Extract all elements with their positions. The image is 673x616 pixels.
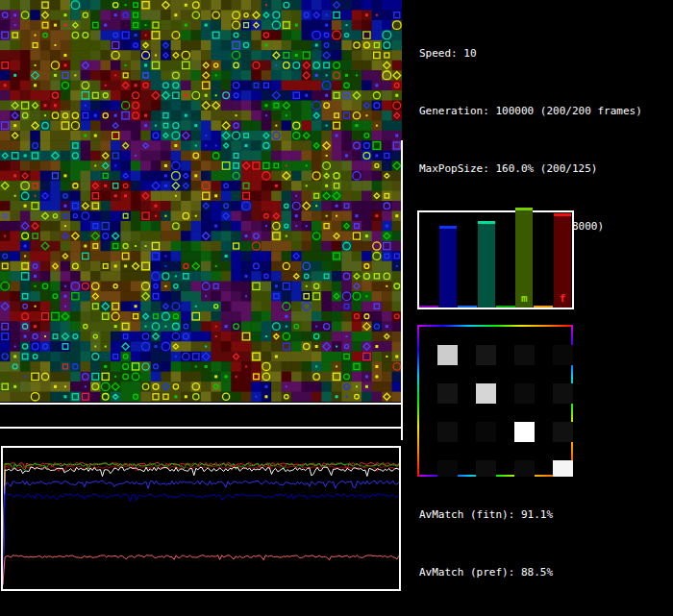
- matrix-cell-3-0: [437, 460, 458, 477]
- baseline-strip: [419, 306, 438, 308]
- bar-slot-2: [458, 212, 477, 308]
- matrix-cell-1-1: [476, 383, 496, 404]
- bar-label-m: m: [515, 293, 533, 304]
- grid-bottom-separator: [0, 403, 403, 405]
- stat-speed: Speed: 10: [419, 44, 673, 63]
- population-bar: [439, 226, 457, 308]
- matrix-cell-1-0: [437, 383, 458, 404]
- matrix-cell-0-2: [514, 345, 535, 365]
- matrix-cell-2-0: [437, 422, 458, 442]
- population-bar: m: [515, 208, 533, 308]
- mating-matrix-panel: [417, 325, 573, 477]
- bar-slot-5: m: [515, 212, 535, 308]
- baseline-strip: [496, 306, 515, 308]
- bar-slot-1: [438, 212, 458, 308]
- stat-maxpopsize: MaxPopSize: 160.0% (200/125): [419, 160, 673, 179]
- matrix-border-top: [417, 325, 573, 327]
- bar-slot-6: [534, 212, 553, 308]
- stat-avmatch-pref: AvMatch (pref): 88.5%: [419, 563, 673, 582]
- stat-avmatch-fitn: AvMatch (fitn): 91.1%: [419, 505, 673, 525]
- matrix-cell-3-2: [514, 460, 535, 477]
- bar-slot-0: [419, 212, 438, 308]
- baseline-strip: [458, 306, 477, 308]
- history-chart-canvas: [3, 448, 399, 589]
- bar-slot-4: [496, 212, 515, 308]
- population-bars: mf: [419, 212, 572, 308]
- matrix-cell-1-3: [553, 383, 573, 404]
- matrix-cell-2-2: [514, 422, 535, 442]
- stat-generation: Generation: 100000 (200/200 frames): [419, 102, 673, 121]
- matrix-border-left: [417, 325, 419, 477]
- matrix-cell-0-0: [437, 345, 458, 365]
- bar-label-f: f: [554, 293, 571, 304]
- population-bar: [478, 221, 495, 308]
- matrix-cell-0-1: [476, 345, 496, 365]
- matrix-cell-3-1: [476, 460, 496, 477]
- right-vertical-separator: [401, 140, 403, 440]
- matrix-cell-1-2: [514, 383, 535, 404]
- population-bars-panel: mf: [417, 210, 574, 309]
- matrix-cell-3-3: [553, 460, 573, 477]
- world-grid-canvas: [0, 0, 402, 402]
- mid-horizontal-separator: [0, 427, 401, 429]
- stats-panel: Speed: 10 Generation: 100000 (200/200 fr…: [419, 6, 673, 616]
- population-bar: f: [554, 213, 571, 308]
- matrix-cell-2-1: [476, 422, 496, 442]
- baseline-strip: [534, 306, 553, 308]
- simulation-app-window: Speed: 10 Generation: 100000 (200/200 fr…: [0, 0, 673, 616]
- matrix-cell-2-3: [553, 422, 573, 442]
- matrix-cell-0-3: [553, 345, 573, 365]
- bar-slot-3: [477, 212, 496, 308]
- bar-slot-7: f: [553, 212, 572, 308]
- history-chart-panel: [1, 446, 401, 591]
